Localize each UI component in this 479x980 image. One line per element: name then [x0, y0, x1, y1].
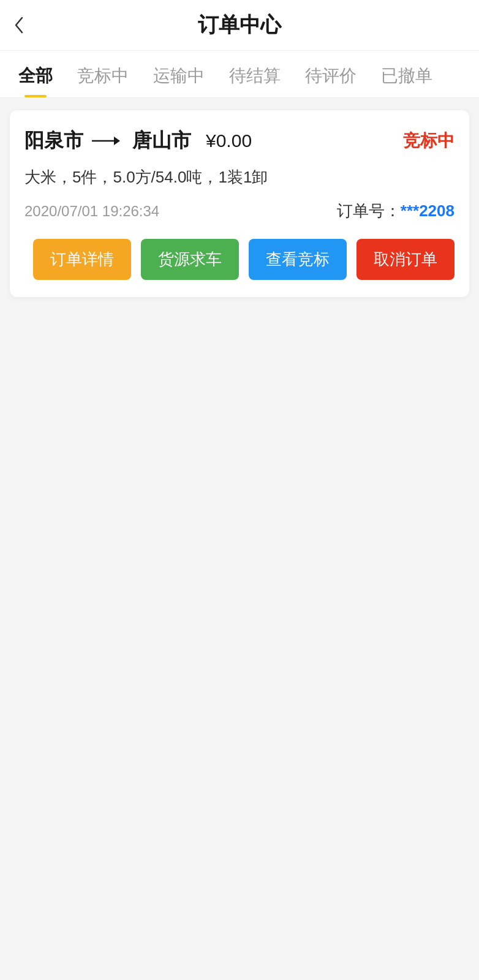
origin-city: 阳泉市	[25, 127, 83, 154]
back-button[interactable]	[12, 14, 27, 36]
tab-bar: 全部 竞标中 运输中 待结算 待评价 已撤单	[0, 51, 479, 98]
tab-bidding[interactable]: 竞标中	[65, 51, 141, 97]
tab-transporting[interactable]: 运输中	[141, 51, 217, 97]
content-area: 阳泉市 唐山市 ¥0.00 竞标中 大米，5件，5.0方/54.0吨，1装1卸 …	[0, 98, 479, 322]
order-card-header: 阳泉市 唐山市 ¥0.00 竞标中	[25, 127, 454, 154]
order-number-value: ***2208	[401, 202, 454, 220]
order-route: 阳泉市 唐山市 ¥0.00	[25, 127, 252, 154]
route-arrow-icon	[92, 135, 124, 147]
order-status: 竞标中	[403, 129, 454, 153]
order-goods-info: 大米，5件，5.0方/54.0吨，1装1卸	[25, 165, 454, 189]
order-time: 2020/07/01 19:26:34	[25, 203, 159, 220]
tab-all[interactable]: 全部	[6, 51, 65, 97]
order-number: 订单号：***2208	[337, 200, 454, 222]
tab-pending-settlement[interactable]: 待结算	[217, 51, 293, 97]
cancel-button[interactable]: 取消订单	[356, 239, 454, 280]
order-number-label: 订单号：	[337, 202, 401, 220]
destination-city: 唐山市	[132, 127, 191, 154]
source-button[interactable]: 货源求车	[141, 239, 239, 280]
order-price: ¥0.00	[206, 130, 252, 151]
header: 订单中心	[0, 0, 479, 51]
page-title: 订单中心	[198, 11, 281, 39]
view-bid-button[interactable]: 查看竞标	[249, 239, 347, 280]
order-actions: 订单详情 货源求车 查看竞标 取消订单	[25, 239, 454, 280]
tab-cancelled[interactable]: 已撤单	[369, 51, 445, 97]
order-card: 阳泉市 唐山市 ¥0.00 竞标中 大米，5件，5.0方/54.0吨，1装1卸 …	[10, 110, 469, 297]
tab-pending-review[interactable]: 待评价	[293, 51, 369, 97]
detail-button[interactable]: 订单详情	[33, 239, 131, 280]
order-meta: 2020/07/01 19:26:34 订单号：***2208	[25, 200, 454, 222]
